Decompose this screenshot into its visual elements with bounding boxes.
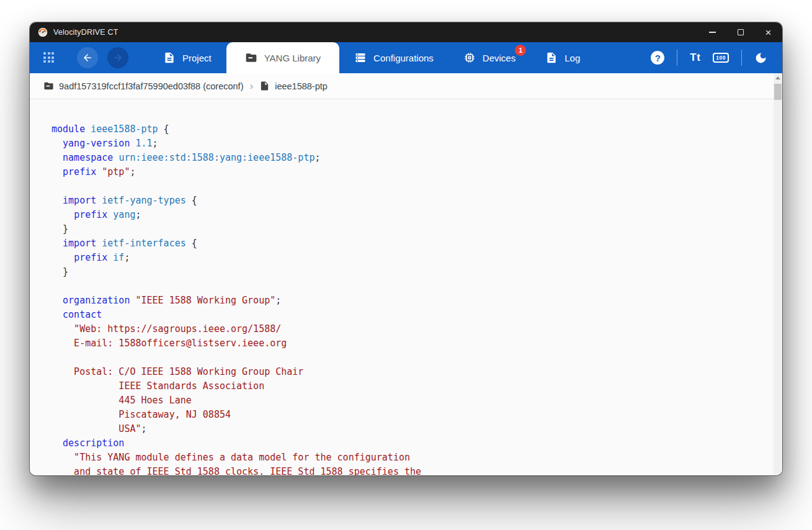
vertical-scrollbar[interactable] <box>774 73 782 475</box>
tab-log[interactable]: Log <box>530 42 595 73</box>
tab-label: Project <box>182 53 212 63</box>
tab-label: Configurations <box>373 53 434 63</box>
minimize-button[interactable] <box>698 22 726 42</box>
list-icon <box>354 52 367 64</box>
tab-label: Devices <box>483 53 515 63</box>
code-line: prefix if; <box>51 251 770 265</box>
code-line: prefix "ptp"; <box>51 165 770 179</box>
code-line: namespace urn:ieee:std:1588:yang:ieee158… <box>51 151 770 165</box>
title-bar: VelocityDRIVE CT × <box>30 22 782 42</box>
app-window: VelocityDRIVE CT × <box>30 22 782 475</box>
window-title: VelocityDRIVE CT <box>53 28 118 37</box>
maximize-button[interactable] <box>726 22 754 42</box>
font-size-button[interactable]: Tt <box>690 52 700 64</box>
divider <box>741 50 742 66</box>
code-line: import ietf-interfaces { <box>51 236 770 251</box>
dark-mode-button[interactable] <box>754 52 767 65</box>
arrow-forward-icon <box>112 52 123 63</box>
folder-icon <box>245 52 257 64</box>
code-line <box>51 351 770 365</box>
code-line: IEEE Standards Association <box>51 379 770 393</box>
forward-button[interactable] <box>107 47 128 68</box>
scroll-up-button[interactable] <box>774 73 782 83</box>
code-block: module ieee1588-ptp { yang-version 1.1; … <box>30 99 782 475</box>
app-logo-icon <box>38 27 48 37</box>
tab-yang-library[interactable]: YANG Library <box>226 42 339 73</box>
code-line: 445 Hoes Lane <box>51 393 770 408</box>
back-button[interactable] <box>77 47 98 68</box>
devices-badge: 1 <box>515 45 526 56</box>
code-line: module ieee1588-ptp { <box>51 122 770 137</box>
chevron-right-icon: › <box>248 80 254 92</box>
value-display-button[interactable]: 100 <box>713 53 729 63</box>
tab-project[interactable]: Project <box>148 42 226 73</box>
tab-devices[interactable]: Devices 1 <box>448 42 530 73</box>
code-line: } <box>51 265 770 279</box>
close-button[interactable]: × <box>754 22 782 42</box>
folder-icon <box>43 81 54 91</box>
scrollbar-thumb[interactable] <box>774 84 782 100</box>
code-line: USA"; <box>51 422 770 436</box>
main-navbar: Project YANG Library Configura <box>30 42 782 73</box>
tab-configurations[interactable]: Configurations <box>339 42 448 73</box>
tab-label: YANG Library <box>264 53 321 63</box>
code-line: yang-version 1.1; <box>51 137 770 151</box>
triangle-up-icon <box>775 76 780 79</box>
apps-grid-icon[interactable] <box>43 52 55 63</box>
code-line <box>51 279 770 294</box>
code-line: organization "IEEE 1588 Working Group"; <box>51 294 770 308</box>
code-line <box>51 179 770 194</box>
tab-label: Log <box>564 53 580 63</box>
document-icon <box>163 52 176 64</box>
arrow-back-icon <box>82 52 93 63</box>
code-line: and state of IEEE Std 1588 clocks. IEEE … <box>51 465 770 475</box>
breadcrumb-folder[interactable]: 9adf157319fccf1f3faf75990ed03f88 (coreco… <box>59 81 243 91</box>
code-line: } <box>51 222 770 236</box>
document-icon <box>545 52 558 64</box>
breadcrumb: 9adf157319fccf1f3faf75990ed03f88 (coreco… <box>30 73 782 99</box>
chip-icon <box>463 52 476 64</box>
code-line: Postal: C/O IEEE 1588 Working Group Chai… <box>51 365 770 379</box>
breadcrumb-file[interactable]: ieee1588-ptp <box>275 81 328 91</box>
code-line: E-mail: 1588officers@listserv.ieee.org <box>51 336 770 351</box>
content-area: module ieee1588-ptp { yang-version 1.1; … <box>30 99 782 475</box>
code-line: Piscataway, NJ 08854 <box>51 408 770 422</box>
divider <box>677 50 677 66</box>
file-icon <box>259 81 270 91</box>
help-button[interactable]: ? <box>651 51 664 65</box>
code-line: prefix yang; <box>51 208 770 222</box>
code-line: description <box>51 436 770 451</box>
moon-icon <box>754 52 767 65</box>
code-line: "This YANG module defines a data model f… <box>51 451 770 465</box>
code-line: "Web: https://sagroups.ieee.org/1588/ <box>51 322 770 336</box>
code-line: import ietf-yang-types { <box>51 194 770 208</box>
code-line: contact <box>51 308 770 322</box>
